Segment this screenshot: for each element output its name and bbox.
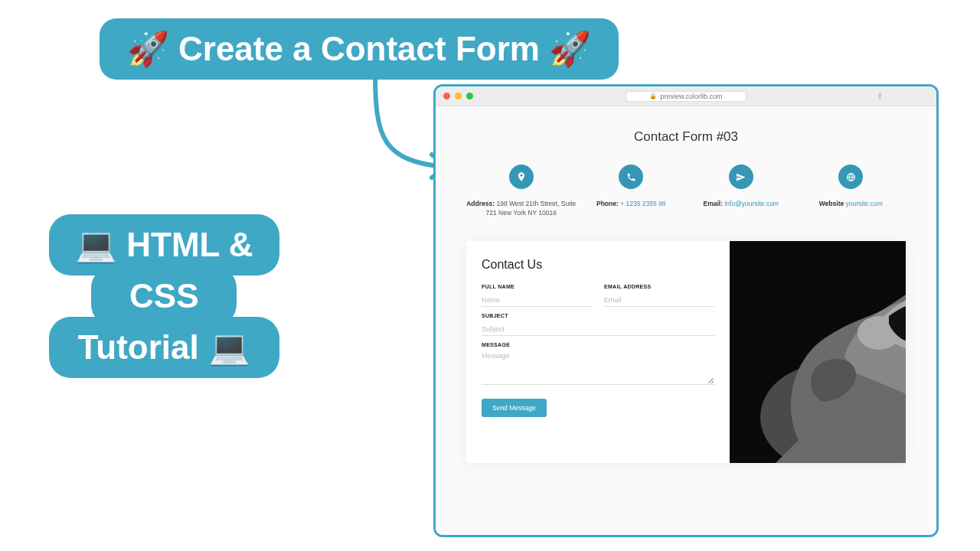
plane-icon bbox=[729, 165, 753, 189]
info-value[interactable]: + 1235 2355 98 bbox=[620, 200, 665, 207]
pin-icon bbox=[509, 165, 534, 189]
field-label: SUBJECT bbox=[482, 313, 714, 318]
subhead-line1: HTML & bbox=[126, 226, 253, 264]
contact-card: Contact Us FULL NAME EMAIL ADDRESS SUBJE… bbox=[466, 241, 906, 463]
subhead-line3: Tutorial bbox=[78, 328, 199, 367]
info-value[interactable]: yoursite.com bbox=[846, 200, 883, 207]
info-email: Email: info@yoursite.com bbox=[686, 165, 796, 218]
subhead-line2: CSS bbox=[129, 277, 198, 315]
fullname-input[interactable] bbox=[482, 294, 592, 307]
info-address: Address: 198 West 21th Street, Suite 721… bbox=[466, 165, 577, 218]
form-title: Contact Us bbox=[482, 258, 714, 272]
field-fullname: FULL NAME bbox=[482, 284, 592, 307]
info-website: Website yoursite.com bbox=[796, 165, 906, 218]
field-subject: SUBJECT bbox=[482, 313, 714, 336]
close-icon[interactable] bbox=[443, 93, 450, 99]
page-content: Contact Form #03 Address: 198 West 21th … bbox=[436, 106, 936, 535]
info-value[interactable]: info@yoursite.com bbox=[724, 200, 779, 207]
subject-input[interactable] bbox=[482, 323, 714, 336]
contact-info-row: Address: 198 West 21th Street, Suite 721… bbox=[466, 165, 906, 218]
info-label: Website bbox=[819, 200, 844, 207]
field-label: EMAIL ADDRESS bbox=[604, 284, 714, 289]
info-value: 198 West 21th Street, Suite 721 New York… bbox=[486, 200, 577, 217]
info-label: Phone: bbox=[596, 200, 619, 207]
info-phone: Phone: + 1235 2355 98 bbox=[577, 165, 687, 218]
minimize-icon[interactable] bbox=[455, 93, 462, 99]
field-email: EMAIL ADDRESS bbox=[604, 284, 714, 307]
field-message: MESSAGE bbox=[482, 342, 714, 388]
info-label: Address: bbox=[466, 200, 495, 207]
maximize-icon[interactable] bbox=[466, 93, 473, 99]
share-icon[interactable]: ⇪ bbox=[877, 92, 883, 100]
url-text: preview.colorlib.com bbox=[660, 93, 722, 100]
email-input[interactable] bbox=[604, 294, 714, 307]
laptop-icon: 💻 bbox=[75, 225, 117, 265]
traffic-lights bbox=[443, 93, 473, 99]
rocket-icon: 🚀 bbox=[549, 29, 591, 69]
contact-form: Contact Us FULL NAME EMAIL ADDRESS SUBJE… bbox=[466, 241, 730, 463]
globe-icon bbox=[838, 165, 863, 189]
headline-badge: 🚀 Create a Contact Form 🚀 bbox=[100, 18, 619, 80]
lock-icon: 🔒 bbox=[649, 93, 657, 99]
page-title: Contact Form #03 bbox=[466, 129, 906, 145]
info-label: Email: bbox=[704, 200, 724, 207]
field-label: MESSAGE bbox=[482, 342, 714, 347]
headline-text: Create a Contact Form bbox=[178, 30, 540, 68]
rocket-icon: 🚀 bbox=[127, 29, 169, 69]
form-image bbox=[730, 241, 906, 463]
laptop-icon: 💻 bbox=[208, 328, 250, 367]
message-input[interactable] bbox=[482, 350, 714, 385]
url-bar[interactable]: 🔒 preview.colorlib.com bbox=[626, 91, 746, 102]
send-button[interactable]: Send Message bbox=[482, 399, 547, 417]
browser-window: 🔒 preview.colorlib.com ⇪ Contact Form #0… bbox=[433, 84, 939, 537]
subhead-badge: 💻 HTML & CSS Tutorial 💻 bbox=[49, 214, 279, 378]
phone-icon bbox=[619, 165, 643, 189]
browser-titlebar: 🔒 preview.colorlib.com ⇪ bbox=[436, 86, 936, 106]
field-label: FULL NAME bbox=[482, 284, 592, 289]
